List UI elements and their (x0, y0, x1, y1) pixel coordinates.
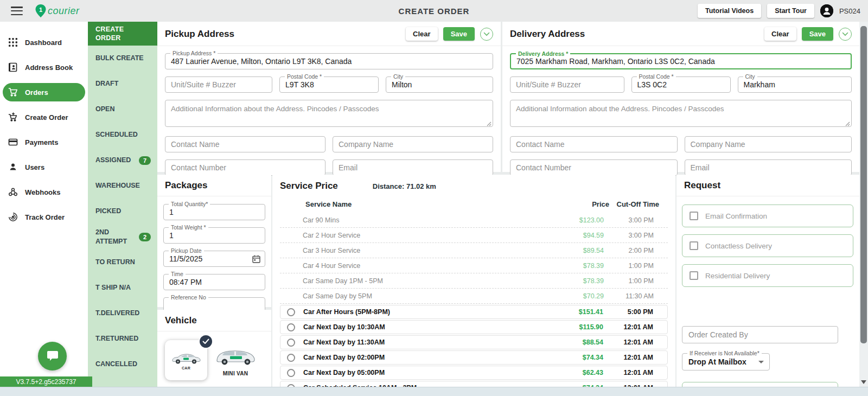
delivery-company-name-input[interactable] (685, 140, 852, 149)
service-row[interactable]: Car Next Day by 11:30AM $88.54 12:01 AM (280, 335, 668, 349)
radio-icon[interactable] (287, 323, 295, 331)
request-checkbox-option[interactable]: Contactless Delivery (682, 234, 853, 257)
order-created-by-input[interactable] (682, 326, 838, 343)
vertical-scrollbar[interactable] (859, 22, 868, 387)
service-row[interactable]: Car Next Day by 02:00PM $74.34 12:01 AM (280, 350, 668, 365)
order-status-item[interactable]: CREATE ORDER (88, 22, 157, 46)
order-status-item[interactable]: TO RETURN (88, 250, 157, 275)
pickup-city-input[interactable] (386, 80, 493, 89)
chat-bubble-icon[interactable] (38, 342, 67, 371)
service-row[interactable]: Car After Hours (5PM-8PM) $151.41 5:00 P… (280, 305, 668, 319)
order-status-item[interactable]: WAREHOUSE (88, 173, 157, 199)
sidebar-item-users[interactable]: Users (3, 158, 85, 176)
resize-grip-icon[interactable] (845, 122, 850, 126)
service-row[interactable]: Car Same Day 1PM - 5PM $78.39 1:00 PM (280, 273, 668, 289)
delivery-contact-number-input[interactable] (510, 163, 677, 172)
delivery-email-input[interactable] (685, 163, 852, 172)
service-row[interactable]: Car 4 Hour Service $78.39 1:00 PM (280, 258, 668, 273)
service-row[interactable]: Car 3 Hour Service $89.54 2:00 PM (280, 243, 668, 258)
sidebar-item-track-order[interactable]: Track Order (3, 208, 85, 226)
receiver-selected-value: Drop At Mailbox (682, 357, 758, 366)
total-quantity-input[interactable] (164, 208, 265, 216)
sidebar-item-address-book[interactable]: Address Book (3, 58, 85, 76)
order-status-item[interactable]: T.RETURNED (88, 326, 157, 352)
time-input[interactable] (164, 278, 265, 286)
status-badge: 2 (139, 233, 151, 241)
delivery-contact-name-input[interactable] (510, 140, 677, 149)
sidebar-item-dashboard[interactable]: Dashboard (3, 33, 85, 52)
hamburger-menu-icon[interactable] (11, 7, 23, 15)
pickup-address-input[interactable] (165, 57, 493, 66)
order-status-item[interactable]: T.DELIVERED (88, 301, 157, 326)
pickup-expand-button[interactable] (480, 28, 493, 41)
calendar-icon[interactable] (252, 254, 261, 264)
pickup-contact-number-input[interactable] (165, 163, 325, 172)
service-row[interactable]: Car 2 Hour Service $94.59 3:00 PM (280, 228, 668, 243)
receiver-not-available-select[interactable]: If Receiver is Not Available* Drop At Ma… (682, 353, 770, 371)
radio-icon[interactable] (287, 338, 295, 347)
radio-icon[interactable] (287, 308, 295, 316)
address-book-icon (8, 62, 18, 72)
scroll-down-arrow-icon[interactable] (861, 380, 866, 384)
order-status-item[interactable]: SCHEDULED (88, 122, 157, 148)
order-status-item[interactable]: OPEN (88, 97, 157, 122)
delivery-address-input[interactable] (511, 57, 851, 66)
pickup-email-input[interactable] (333, 163, 493, 172)
service-row[interactable]: Car Next Day by 05:00PM $62.43 12:01 AM (280, 366, 668, 380)
request-checkbox-option[interactable]: Email Confirmation (682, 205, 853, 227)
order-created-by-wrap (682, 326, 838, 343)
service-row[interactable]: Car 90 Mins $123.00 3:00 PM (280, 213, 668, 228)
order-status-item[interactable]: DRAFT (88, 71, 157, 97)
order-status-item[interactable]: BULK CREATE (88, 46, 157, 71)
order-status-item[interactable]: ASSIGNED 7 (88, 148, 157, 173)
pickup-clear-button[interactable]: Clear (406, 27, 438, 41)
pin-logo-icon: 1 (35, 4, 47, 18)
pickup-date-input[interactable] (164, 254, 265, 263)
pickup-unit-input[interactable] (165, 80, 272, 89)
sidebar-item-orders[interactable]: Orders (3, 83, 85, 101)
service-row[interactable]: Car Same Day by 5PM $70.29 11:30 AM (280, 289, 668, 304)
order-status-item[interactable]: T SHIP N/A (88, 275, 157, 301)
radio-icon[interactable] (287, 354, 295, 362)
scrollbar-thumb[interactable] (860, 26, 867, 343)
app-logo: 1 courier (35, 4, 80, 18)
pickup-address-field-wrap: Pickup Address * (165, 53, 493, 69)
delivery-additional-info-textarea[interactable] (510, 100, 852, 127)
checkbox-icon[interactable] (690, 271, 698, 280)
sidebar-item-create-order[interactable]: Create Order (3, 108, 85, 126)
vehicle-option-minivan[interactable]: MINI VAN (214, 340, 257, 376)
delivery-save-button[interactable]: Save (802, 27, 833, 41)
order-status-item[interactable]: CANCELLED (88, 352, 157, 377)
order-status-label: WAREHOUSE (95, 181, 151, 190)
service-cutoff-time: 12:01 AM (603, 338, 653, 346)
resize-grip-icon[interactable] (487, 122, 492, 126)
delivery-clear-button[interactable]: Clear (764, 27, 796, 41)
delivery-city-input[interactable] (738, 80, 852, 89)
pickup-contact-name-input[interactable] (165, 140, 325, 149)
vehicle-option-car[interactable]: CAR (165, 340, 207, 380)
service-cutoff-time: 2:00 PM (604, 247, 654, 254)
order-status-item[interactable]: 2ND ATTEMPT 2 (88, 224, 157, 250)
horizontal-scrollbar[interactable] (0, 387, 868, 396)
total-weight-input[interactable] (164, 231, 265, 240)
sidebar-item-payments[interactable]: Payments (3, 133, 85, 151)
pickup-company-name-input[interactable] (333, 140, 493, 149)
checkbox-icon[interactable] (690, 212, 698, 220)
sidebar-item-webhooks[interactable]: Webhooks (3, 183, 85, 201)
delivery-unit-input[interactable] (510, 80, 624, 89)
request-checkbox-option[interactable]: Residential Delivery (682, 264, 853, 287)
avatar[interactable] (820, 4, 833, 17)
delivery-expand-button[interactable] (839, 28, 852, 41)
reference-no-input[interactable] (164, 301, 265, 310)
radio-icon[interactable] (287, 369, 295, 377)
service-row[interactable]: Car Next Day by 10:30AM $115.90 12:01 AM (280, 320, 668, 334)
service-price-value: $78.39 (560, 277, 604, 285)
pickup-postal-input[interactable] (280, 80, 378, 89)
pickup-save-button[interactable]: Save (443, 27, 475, 41)
tutorial-videos-button[interactable]: Tutorial Videos (698, 4, 761, 18)
checkbox-icon[interactable] (690, 241, 698, 250)
start-tour-button[interactable]: Start Tour (767, 4, 814, 18)
order-status-item[interactable]: PICKED (88, 199, 157, 224)
pickup-additional-info-textarea[interactable] (165, 100, 493, 127)
delivery-postal-input[interactable] (632, 80, 730, 89)
